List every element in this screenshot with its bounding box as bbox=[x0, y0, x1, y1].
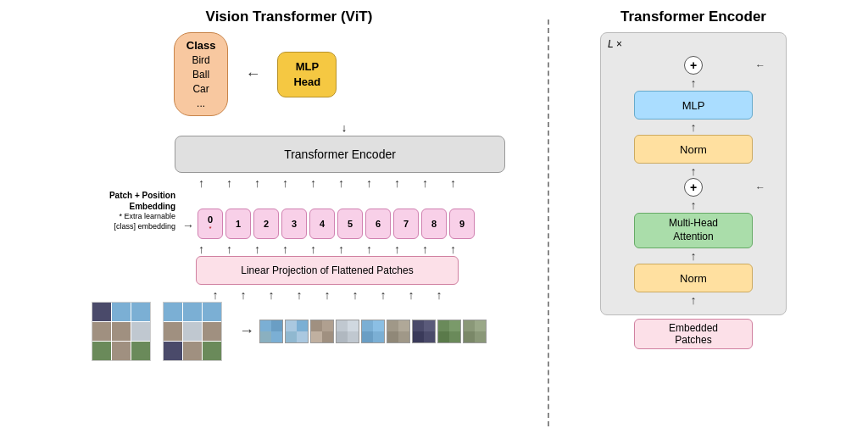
linear-proj-box: Linear Projection of Flattened Patches bbox=[196, 256, 459, 285]
token-5: 5 bbox=[337, 209, 363, 239]
section-divider bbox=[548, 19, 549, 426]
enc-arrow-3: ↑ bbox=[691, 165, 697, 177]
enc-mid-plus-row: + ← bbox=[615, 177, 772, 197]
patch-8 bbox=[437, 320, 461, 343]
source-image-2-area bbox=[163, 302, 229, 361]
class-item-2: Ball bbox=[186, 68, 216, 82]
up-arrow-3: ↑ bbox=[273, 176, 298, 190]
transformer-encoder-box: Transformer Encoder bbox=[175, 136, 505, 173]
arrow-embed: → bbox=[182, 219, 194, 239]
img-cell-4 bbox=[92, 322, 111, 341]
enc-arrow-6: ↑ bbox=[691, 294, 697, 306]
up-arrow-8: ↑ bbox=[413, 176, 438, 190]
up-arrow2-8: ↑ bbox=[413, 242, 438, 256]
mlp-head-box: MLP Head bbox=[277, 52, 337, 97]
img-cell2-9 bbox=[203, 342, 221, 360]
enc-diagram: L × + ← ↑ MLP ↑ Norm ↑ + ← ↑ bbox=[600, 32, 787, 315]
mlp-head-line2: Head bbox=[293, 75, 320, 90]
patch-images bbox=[259, 320, 487, 343]
up-arrows: ↑ ↑ ↑ ↑ ↑ ↑ ↑ ↑ ↑ ↑ bbox=[189, 176, 466, 190]
source-image-area bbox=[92, 302, 158, 361]
enc-top-plus-row: + ← bbox=[615, 55, 772, 75]
img-cell2-2 bbox=[183, 303, 202, 321]
patch-3 bbox=[310, 320, 334, 343]
token-9: 9 bbox=[449, 209, 475, 239]
up-arrow3-5: ↑ bbox=[314, 288, 340, 302]
token-4: 4 bbox=[309, 209, 335, 239]
vit-section: Vision Transformer (ViT) Class Bird Ball… bbox=[47, 8, 531, 361]
img-cell-1 bbox=[92, 303, 111, 321]
encoder-section: Transformer Encoder L × + ← ↑ MLP ↑ Norm… bbox=[566, 8, 821, 349]
patch-pos-label: Patch + PositionEmbedding * Extra learna… bbox=[103, 190, 175, 238]
enc-mlp-block: MLP bbox=[634, 91, 753, 120]
up-arrows-3: ↑ ↑ ↑ ↑ ↑ ↑ ↑ ↑ ↑ bbox=[203, 288, 452, 302]
image-patches-row: → bbox=[92, 302, 487, 361]
up-arrow-5: ↑ bbox=[329, 176, 354, 190]
img-cell-7 bbox=[92, 342, 111, 360]
lx-label: L × bbox=[608, 38, 622, 50]
img-cell2-4 bbox=[164, 322, 182, 341]
linear-proj-label: Linear Projection of Flattened Patches bbox=[241, 264, 413, 276]
arrow-class-mlp: ← bbox=[245, 65, 260, 83]
right-arrow-mid: ← bbox=[755, 181, 765, 193]
up-arrow3-6: ↑ bbox=[342, 288, 368, 302]
img-cell-3 bbox=[131, 303, 150, 321]
up-arrow3-3: ↑ bbox=[259, 288, 284, 302]
class-box: Class Bird Ball Car ... bbox=[174, 32, 229, 116]
transformer-encoder-label: Transformer Encoder bbox=[284, 147, 396, 161]
up-arrow3-4: ↑ bbox=[287, 288, 312, 302]
token-8: 8 bbox=[421, 209, 447, 239]
img-cell-8 bbox=[112, 342, 131, 360]
patch-5 bbox=[361, 320, 385, 343]
enc-mha-label: Multi-HeadAttention bbox=[669, 217, 718, 243]
patch-2 bbox=[285, 320, 309, 343]
patch-1 bbox=[259, 320, 283, 343]
patch-7 bbox=[412, 320, 436, 343]
embedded-patches-box: EmbeddedPatches bbox=[634, 319, 753, 349]
patch-4 bbox=[336, 320, 359, 343]
embed-tokens: 0* 1 2 3 4 5 6 7 8 9 bbox=[198, 209, 475, 239]
img-cell2-3 bbox=[203, 303, 221, 321]
up-arrow-1: ↑ bbox=[217, 176, 242, 190]
up-arrow3-8: ↑ bbox=[398, 288, 424, 302]
token-6: 6 bbox=[365, 209, 391, 239]
enc-mlp-label: MLP bbox=[682, 99, 705, 112]
enc-norm-1-label: Norm bbox=[680, 143, 707, 156]
right-arrow-top: ← bbox=[755, 59, 765, 71]
token-7: 7 bbox=[393, 209, 419, 239]
up-arrow2-6: ↑ bbox=[357, 242, 382, 256]
up-arrow-9: ↑ bbox=[441, 176, 466, 190]
up-arrow2-0: ↑ bbox=[189, 242, 214, 256]
img-cell-6 bbox=[131, 322, 150, 341]
enc-norm-2-label: Norm bbox=[680, 272, 707, 285]
up-arrow2-1: ↑ bbox=[217, 242, 242, 256]
enc-arrow-1: ↑ bbox=[691, 77, 697, 89]
up-arrow3-7: ↑ bbox=[370, 288, 396, 302]
up-arrow3-2: ↑ bbox=[231, 288, 256, 302]
up-arrows-2: ↑ ↑ ↑ ↑ ↑ ↑ ↑ ↑ ↑ ↑ bbox=[189, 242, 466, 256]
asterisk-note: * Extra learnable[class] embedding bbox=[103, 212, 175, 231]
up-arrow-6: ↑ bbox=[357, 176, 382, 190]
patch-6 bbox=[387, 320, 410, 343]
enc-norm-2-block: Norm bbox=[634, 264, 753, 292]
enc-arrow-4: ↑ bbox=[691, 199, 697, 211]
enc-norm-1-block: Norm bbox=[634, 135, 753, 164]
source-image-grid bbox=[92, 302, 151, 361]
top-plus-circle: + bbox=[684, 56, 703, 75]
embedded-patches-label: EmbeddedPatches bbox=[669, 322, 718, 346]
img-cell2-7 bbox=[164, 342, 182, 360]
up-arrow3-9: ↑ bbox=[426, 288, 452, 302]
img-cell2-5 bbox=[183, 322, 202, 341]
token-2: 2 bbox=[253, 209, 279, 239]
class-item-1: Bird bbox=[186, 53, 216, 68]
class-label: Class bbox=[186, 38, 216, 53]
up-arrow-2: ↑ bbox=[245, 176, 270, 190]
img-cell-5 bbox=[112, 322, 131, 341]
source-image-grid-2 bbox=[163, 302, 222, 361]
mid-plus-circle: + bbox=[684, 178, 703, 197]
token-3: 3 bbox=[281, 209, 307, 239]
up-arrow-0: ↑ bbox=[189, 176, 214, 190]
up-arrow2-9: ↑ bbox=[441, 242, 466, 256]
arrow-mlp-encoder: ↓ bbox=[342, 121, 348, 134]
up-arrow2-4: ↑ bbox=[301, 242, 326, 256]
